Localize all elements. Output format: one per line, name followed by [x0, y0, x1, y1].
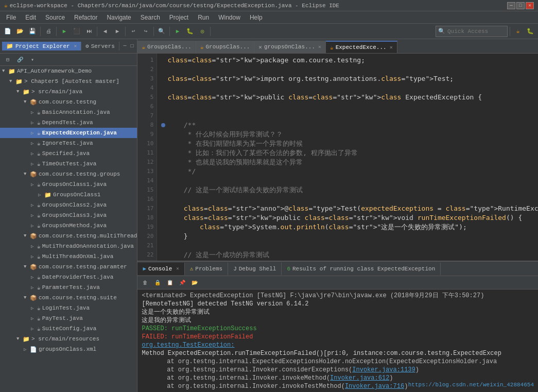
menu-project[interactable]: Project — [165, 13, 193, 22]
editor-tab-3[interactable]: ☕ ExpectedExce... ✕ — [326, 41, 397, 53]
tree-item[interactable]: ▷☕GroupsOnClass1.java — [0, 179, 137, 190]
tree-item[interactable]: ▷☕ParamterTest.java — [0, 282, 137, 293]
coverage-button[interactable]: ◎ — [197, 26, 208, 37]
menu-refactor[interactable]: Refactor — [70, 13, 101, 22]
code-content[interactable]: class=class="str">"kw">package com.cours… — [157, 54, 538, 261]
tree-item[interactable]: ▷☕DependTest.java — [0, 117, 137, 128]
tree-arrow: ▷ — [31, 285, 37, 291]
panel-tab-servers[interactable]: ⚙ Servers — [81, 42, 119, 50]
menu-navigate[interactable]: Navigate — [102, 13, 135, 22]
run-last-button[interactable]: ▶ — [172, 26, 183, 37]
problems-icon: ⚠ — [190, 265, 194, 272]
project-tree[interactable]: ▼📁API_AutoFramewrok_Demo▼📁> Chapter5 [Au… — [0, 66, 137, 392]
bottom-tab-problems[interactable]: ⚠ Problems — [185, 263, 228, 275]
step-button[interactable]: ⏭ — [83, 26, 95, 37]
minimize-button[interactable]: ─ — [507, 2, 515, 9]
open-button[interactable]: 📂 — [14, 26, 26, 37]
tab-1-icon: ☕ — [200, 44, 204, 50]
tree-item[interactable]: ▼📦com.course.testng.suite — [0, 293, 137, 303]
restore-button[interactable]: □ — [516, 2, 525, 9]
tree-item[interactable]: ▷📄groupsOnClass.xml — [0, 344, 137, 354]
panel-minimize-btn[interactable]: ─ — [122, 43, 128, 49]
console-content[interactable]: <terminated> ExpectedException [TestNG] … — [137, 289, 538, 392]
bottom-panel: ▶ Console ✕ ⚠ Problems J Debug Shell 6 R… — [137, 261, 538, 392]
tree-item[interactable]: ▷📁GroupsOnClass1 — [0, 190, 137, 200]
editor-tab-2[interactable]: ✕ groupsOnClas... ✕ — [254, 41, 326, 53]
tree-item[interactable]: ▷☕IgnoreTest.java — [0, 138, 137, 148]
console-close-icon[interactable]: ✕ — [176, 266, 179, 271]
tb-sep-8 — [510, 27, 510, 36]
tree-item[interactable]: ▷☕GroupsOnClass3.java — [0, 210, 137, 220]
tab-3-close-icon[interactable]: ✕ — [390, 44, 393, 50]
menu-edit[interactable]: Edit — [21, 13, 40, 22]
tree-item[interactable]: ▷☕ExpectedException.java — [0, 128, 137, 138]
bottom-tab-results[interactable]: 6 Results of running class ExpectedExcep… — [282, 263, 441, 275]
undo-button[interactable]: ↩ — [128, 26, 139, 37]
menu-window[interactable]: Window — [214, 13, 245, 22]
console-scroll-lock-btn[interactable]: 🔒 — [152, 277, 163, 288]
menu-source[interactable]: Source — [41, 13, 69, 22]
tree-item[interactable]: ▷☕BasicAnnotation.java — [0, 107, 137, 117]
tab-2-close-icon[interactable]: ✕ — [318, 44, 321, 50]
search-toolbar-btn[interactable]: 🔍 — [156, 26, 167, 37]
redo-button[interactable]: ↪ — [140, 26, 151, 37]
menu-search[interactable]: Search — [136, 13, 164, 22]
breakpoint-marker[interactable] — [161, 123, 165, 127]
console-copy-btn[interactable]: 📋 — [164, 277, 176, 288]
tree-item[interactable]: ▼📁> src/main/resources — [0, 334, 137, 344]
view-menu-btn[interactable]: ▾ — [27, 54, 38, 65]
save-button[interactable]: 💾 — [27, 26, 38, 37]
editor-tab-0[interactable]: ☕ GroupsClas... — [137, 41, 196, 53]
tree-item-label: com.course.testng.multiThread — [39, 233, 137, 239]
run-button[interactable]: ⬛ — [71, 26, 82, 37]
new-button[interactable]: 📄 — [2, 26, 13, 37]
problems-label: Problems — [195, 266, 222, 272]
tree-item[interactable]: ▷☕GroupsOnClass2.java — [0, 200, 137, 210]
watermark: https://blog.csdn.net/weixin_42884654 — [408, 382, 534, 388]
console-paste-btn[interactable]: 📌 — [177, 277, 188, 288]
close-button[interactable]: ✕ — [526, 2, 534, 9]
menu-help[interactable]: Help — [246, 13, 267, 22]
explorer-close-icon[interactable]: ✕ — [74, 43, 77, 49]
perspective-debug-btn[interactable]: 🐛 — [525, 26, 536, 37]
menu-run[interactable]: Run — [194, 13, 213, 22]
link-editor-btn[interactable]: 🔗 — [14, 54, 26, 65]
tree-item[interactable]: ▼📦com.course.testng.groups — [0, 169, 137, 179]
bottom-tab-console[interactable]: ▶ Console ✕ — [137, 263, 184, 275]
editor-tab-1[interactable]: ☕ GroupsClas... — [196, 41, 254, 53]
tree-item[interactable]: ▷☕DateProviderTest.java — [0, 272, 137, 282]
collapse-all-btn[interactable]: ⊟ — [2, 54, 13, 65]
tree-item[interactable]: ▼📁> src/main/java — [0, 87, 137, 97]
print-button[interactable]: 🖨 — [43, 26, 54, 37]
tree-item[interactable]: ▼📁> Chapter5 [AutoTest master] — [0, 76, 137, 87]
panel-tab-explorer[interactable]: 📁 Project Explorer ✕ — [2, 42, 81, 50]
prev-button[interactable]: ◀ — [99, 26, 111, 37]
tree-item[interactable]: ▷☕TimeOutTest.java — [0, 159, 137, 169]
tree-item[interactable]: ▷☕PayTest.java — [0, 313, 137, 323]
debug-button[interactable]: ▶ — [59, 26, 70, 37]
next-button[interactable]: ▶ — [112, 26, 123, 37]
quick-access-input[interactable]: 🔍 Quick Access — [436, 26, 508, 37]
tree-item[interactable]: ▷☕GroupsOnMethod.java — [0, 220, 137, 231]
panel-maximize-btn[interactable]: □ — [129, 43, 135, 49]
tree-item-label: GroupsOnClass2.java — [42, 202, 107, 208]
console-open-file-btn[interactable]: 📂 — [189, 277, 200, 288]
console-clear-btn[interactable]: 🗑 — [140, 277, 151, 288]
tab-0-icon: ☕ — [142, 44, 145, 50]
tree-item[interactable]: ▼📦com.course.testng.paramter — [0, 262, 137, 272]
tree-item[interactable]: ▷☕Specified.java — [0, 148, 137, 159]
bottom-tab-debug-shell[interactable]: J Debug Shell — [228, 263, 282, 275]
project-toolbar: ⊟ 🔗 ▾ — [0, 54, 137, 66]
tree-item[interactable]: ▷☕SuiteConfig.java — [0, 323, 137, 334]
tree-item[interactable]: ▼📁API_AutoFramewrok_Demo — [0, 66, 137, 76]
debug-last-button[interactable]: 🐛 — [184, 26, 196, 37]
perspective-java-btn[interactable]: ☕ — [512, 26, 524, 37]
menu-file[interactable]: File — [2, 13, 20, 22]
tree-arrow: ▷ — [31, 316, 37, 321]
tree-item[interactable]: ▷☕MutiThreadOnAnnotation.java — [0, 241, 137, 251]
console-line[interactable]: org.testng.TestException: — [142, 341, 538, 349]
tree-item[interactable]: ▷☕MultiThreadOnXml.java — [0, 251, 137, 262]
tree-item[interactable]: ▷☕LoginTest.java — [0, 303, 137, 313]
tree-item[interactable]: ▼📦com.course.testng.multiThread — [0, 231, 137, 241]
tree-item[interactable]: ▼📦com.course.testng — [0, 97, 137, 107]
